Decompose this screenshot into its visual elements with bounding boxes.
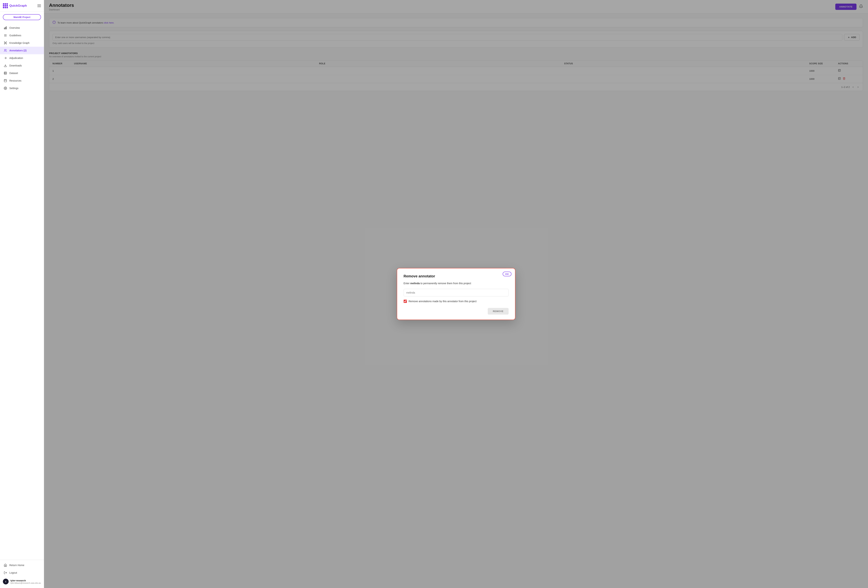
gavel-icon	[4, 56, 7, 60]
main-content: Annotators Dashboard ANNOTATE To learn m…	[44, 0, 868, 588]
sidebar-item-resources-label: Resources	[9, 79, 21, 82]
sidebar-item-downloads[interactable]: Downloads	[0, 62, 44, 69]
home-icon	[4, 563, 7, 567]
sidebar-header: QuickGraph	[0, 0, 44, 12]
puzzle-icon	[4, 79, 7, 83]
modal-title: Remove annotator	[404, 274, 509, 278]
bar-chart-icon	[4, 26, 7, 29]
gear-icon	[4, 86, 7, 90]
modal-overlay: Remove annotator Enter melinda to perman…	[44, 0, 868, 588]
doc-icon	[4, 71, 7, 75]
sidebar-item-adjudication[interactable]: Adjudication	[0, 54, 44, 62]
sidebar-item-annotators[interactable]: Annotators (2)	[0, 47, 44, 54]
user-email: tyler.bikaun@research.uwa.edu.au	[10, 582, 41, 584]
sidebar-item-annotators-label: Annotators (2)	[9, 49, 27, 52]
sidebar-item-settings[interactable]: Settings	[0, 84, 44, 92]
users-icon	[4, 49, 7, 52]
sidebar-item-resources[interactable]: Resources	[0, 77, 44, 84]
sidebar-item-logout[interactable]: Logout	[0, 569, 44, 576]
logout-label: Logout	[9, 571, 17, 574]
modal-username: melinda	[410, 282, 420, 285]
svg-point-7	[4, 42, 5, 42]
hamburger-menu[interactable]	[37, 4, 41, 7]
sidebar-item-knowledge-graph-label: Knowledge Graph	[9, 41, 30, 44]
list-icon	[4, 34, 7, 37]
sidebar-item-return-home[interactable]: Return Home	[0, 561, 44, 569]
return-home-label: Return Home	[9, 564, 24, 567]
svg-rect-2	[6, 27, 7, 29]
sidebar-item-guidelines-label: Guidelines	[9, 34, 21, 37]
svg-point-15	[4, 49, 6, 50]
svg-rect-1	[5, 27, 6, 29]
modal-username-input[interactable]	[404, 289, 509, 296]
svg-point-22	[5, 88, 6, 89]
sidebar-item-overview-label: Overview	[9, 27, 20, 29]
modal-footer: REMOVE	[404, 308, 509, 315]
logo-grid-icon	[3, 3, 8, 8]
app-name: QuickGraph	[9, 4, 27, 7]
sidebar-item-downloads-label: Downloads	[9, 64, 22, 67]
logout-icon	[4, 571, 7, 575]
node-icon	[4, 41, 7, 45]
sidebar-item-adjudication-label: Adjudication	[9, 57, 23, 59]
user-info: t tyler-research tyler.bikaun@research.u…	[0, 576, 44, 587]
sidebar-item-guidelines[interactable]: Guidelines	[0, 32, 44, 39]
user-name: tyler-research	[10, 579, 41, 582]
sidebar-item-dataset-label: Dataset	[9, 72, 18, 75]
svg-point-8	[6, 42, 7, 42]
project-selector[interactable]: MaintIE Project	[3, 14, 41, 20]
sidebar-logo: QuickGraph	[3, 3, 27, 8]
modal-description: Enter melinda to permanently remove them…	[404, 281, 509, 285]
sidebar-bottom: Return Home Logout t tyler-research tyle…	[0, 560, 44, 588]
sidebar-item-overview[interactable]: Overview	[0, 24, 44, 32]
sidebar-item-settings-label: Settings	[9, 87, 19, 90]
esc-button[interactable]: esc	[503, 272, 511, 276]
remove-annotations-label: Remove annotations made by this annotato…	[409, 300, 477, 303]
remove-annotator-modal: Remove annotator Enter melinda to perman…	[397, 268, 515, 320]
svg-line-12	[6, 42, 6, 43]
svg-point-9	[6, 44, 7, 44]
download-icon	[4, 64, 7, 67]
sidebar-item-dataset[interactable]: Dataset	[0, 69, 44, 77]
user-details: tyler-research tyler.bikaun@research.uwa…	[10, 579, 41, 584]
svg-line-13	[6, 43, 6, 44]
svg-rect-18	[4, 72, 7, 74]
sidebar-nav: Overview Guidelines Knowledge Graph Anno…	[0, 23, 44, 560]
sidebar-item-knowledge-graph[interactable]: Knowledge Graph	[0, 39, 44, 47]
remove-annotations-checkbox[interactable]	[404, 300, 407, 303]
svg-rect-0	[4, 28, 5, 29]
svg-point-10	[4, 44, 5, 44]
sidebar: QuickGraph MaintIE Project Overview Guid…	[0, 0, 44, 588]
modal-checkbox-row: Remove annotations made by this annotato…	[404, 300, 509, 303]
remove-confirm-button[interactable]: REMOVE	[488, 308, 508, 315]
avatar: t	[3, 579, 9, 584]
